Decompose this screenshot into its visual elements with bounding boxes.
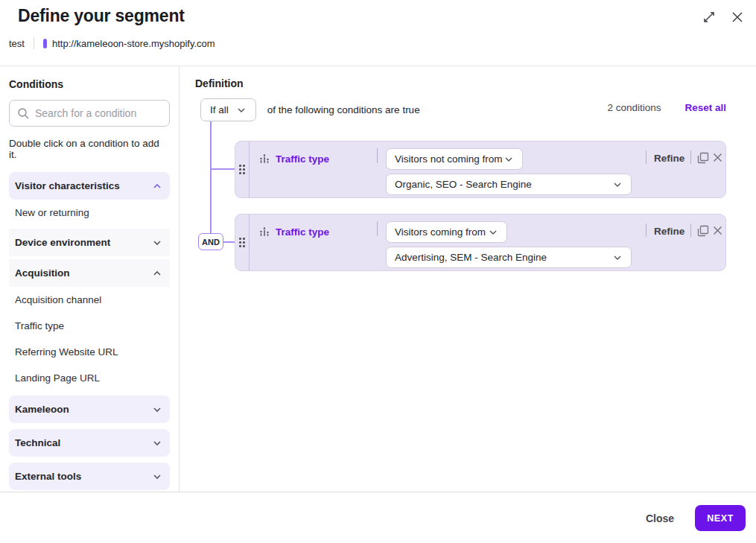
sidebar-item-acquisition[interactable]: Acquisition bbox=[9, 259, 170, 287]
dialog-header: Define your segment test http://kameleoo… bbox=[0, 0, 756, 66]
chevron-down-icon bbox=[152, 238, 162, 248]
remove-condition-icon[interactable] bbox=[712, 225, 723, 239]
drag-dots-icon bbox=[239, 238, 245, 247]
close-button[interactable]: Close bbox=[646, 512, 674, 524]
divider bbox=[377, 221, 378, 236]
divider bbox=[690, 223, 691, 237]
sidebar-item-external-tools[interactable]: External tools bbox=[9, 463, 170, 490]
dialog-footer: Close NEXT bbox=[0, 493, 756, 543]
site-marker-icon bbox=[43, 39, 47, 48]
chevron-down-icon bbox=[236, 105, 247, 115]
sidebar-hint: Double click on a condition to add it. bbox=[9, 138, 170, 160]
condition-search[interactable] bbox=[9, 100, 170, 127]
value-dropdown[interactable]: Advertising, SEM - Search Engine bbox=[386, 247, 632, 268]
refine-button[interactable]: Refine bbox=[654, 153, 684, 164]
match-suffix: of the following conditions are true bbox=[267, 104, 420, 115]
connector-line bbox=[210, 121, 212, 242]
sidebar-title: Conditions bbox=[9, 78, 170, 90]
definition-panel: Definition If all of the following condi… bbox=[180, 66, 756, 492]
site-url: http://kameleoon-store.myshopify.com bbox=[52, 38, 215, 49]
duplicate-icon[interactable] bbox=[697, 225, 709, 240]
sidebar-item-visitor-characteristics[interactable]: Visitor characteristics bbox=[9, 172, 170, 200]
chevron-down-icon bbox=[504, 154, 514, 165]
sidebar-item-landing-page-url[interactable]: Landing Page URL bbox=[9, 365, 170, 391]
operator-dropdown[interactable]: Visitors not coming from bbox=[386, 148, 523, 170]
chevron-down-icon bbox=[152, 438, 162, 448]
refine-button[interactable]: Refine bbox=[654, 226, 684, 237]
chevron-down-icon bbox=[152, 471, 162, 482]
divider bbox=[377, 148, 378, 163]
value-dropdown[interactable]: Organic, SEO - Search Engine bbox=[386, 174, 632, 195]
traffic-chart-icon bbox=[258, 153, 270, 165]
chevron-down-icon bbox=[152, 404, 162, 415]
connector-stub bbox=[223, 241, 235, 243]
chevron-down-icon bbox=[612, 253, 623, 263]
search-input[interactable] bbox=[35, 107, 162, 119]
drag-handle[interactable] bbox=[235, 215, 250, 270]
drag-handle[interactable] bbox=[235, 142, 250, 197]
sidebar-item-technical[interactable]: Technical bbox=[9, 429, 170, 457]
divider bbox=[34, 37, 34, 49]
close-icon[interactable] bbox=[729, 9, 746, 25]
remove-condition-icon[interactable] bbox=[712, 152, 723, 166]
and-operator-badge[interactable]: AND bbox=[198, 233, 223, 250]
sidebar-item-kameleoon[interactable]: Kameleoon bbox=[9, 396, 170, 423]
operator-dropdown[interactable]: Visitors coming from bbox=[386, 221, 507, 243]
page-title: Define your segment bbox=[18, 6, 185, 26]
traffic-chart-icon bbox=[258, 226, 270, 238]
condition-card: Traffic type Visitors not coming from Or… bbox=[235, 141, 726, 198]
chevron-down-icon bbox=[488, 227, 498, 238]
definition-title: Definition bbox=[195, 77, 244, 89]
segment-name: test bbox=[7, 38, 34, 49]
match-type-select[interactable]: If all bbox=[200, 98, 256, 121]
condition-name: Traffic type bbox=[276, 226, 329, 238]
sidebar-item-new-or-returning[interactable]: New or returning bbox=[9, 200, 170, 226]
conditions-sidebar: Conditions Double click on a condition t… bbox=[0, 66, 180, 492]
sidebar-item-acquisition-channel[interactable]: Acquisition channel bbox=[9, 287, 170, 313]
condition-card: Traffic type Visitors coming from Advert… bbox=[235, 214, 726, 271]
connector-stub bbox=[210, 168, 235, 170]
chevron-up-icon bbox=[152, 268, 162, 279]
chevron-down-icon bbox=[612, 180, 623, 190]
conditions-count: 2 conditions bbox=[607, 102, 661, 113]
condition-name: Traffic type bbox=[276, 153, 329, 165]
divider bbox=[646, 150, 647, 164]
divider bbox=[646, 223, 647, 237]
drag-dots-icon bbox=[239, 165, 245, 174]
divider bbox=[690, 150, 691, 164]
next-button[interactable]: NEXT bbox=[695, 505, 746, 531]
sidebar-item-device-environment[interactable]: Device environment bbox=[9, 229, 170, 256]
define-segment-dialog: Define your segment test http://kameleoo… bbox=[0, 0, 756, 543]
search-icon bbox=[17, 107, 30, 120]
expand-icon[interactable] bbox=[701, 9, 717, 25]
duplicate-icon[interactable] bbox=[697, 152, 709, 167]
sidebar-item-traffic-type[interactable]: Traffic type bbox=[9, 313, 170, 339]
sidebar-item-referring-website-url[interactable]: Referring Website URL bbox=[9, 339, 170, 365]
reset-all-button[interactable]: Reset all bbox=[684, 102, 726, 113]
chevron-up-icon bbox=[152, 181, 162, 191]
